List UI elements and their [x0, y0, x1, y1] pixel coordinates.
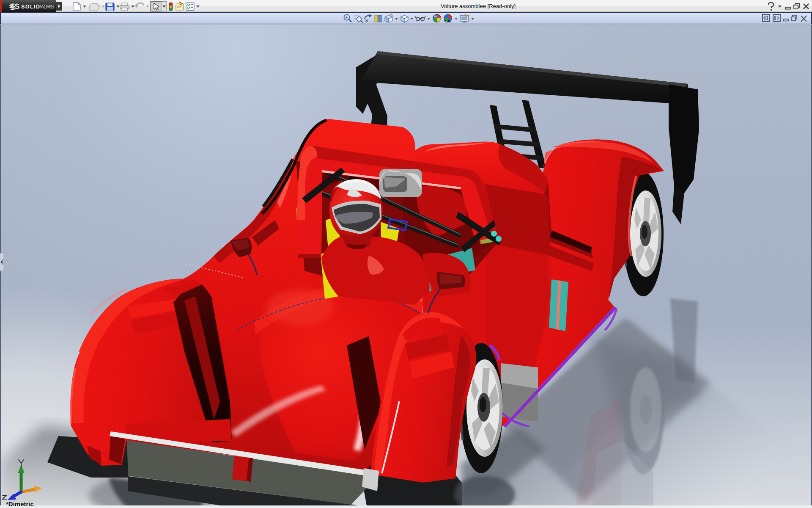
- svg-text:*Dimetric: *Dimetric: [6, 500, 34, 508]
- svg-text:WORKS: WORKS: [40, 4, 54, 10]
- svg-text:SOLID: SOLID: [21, 4, 40, 10]
